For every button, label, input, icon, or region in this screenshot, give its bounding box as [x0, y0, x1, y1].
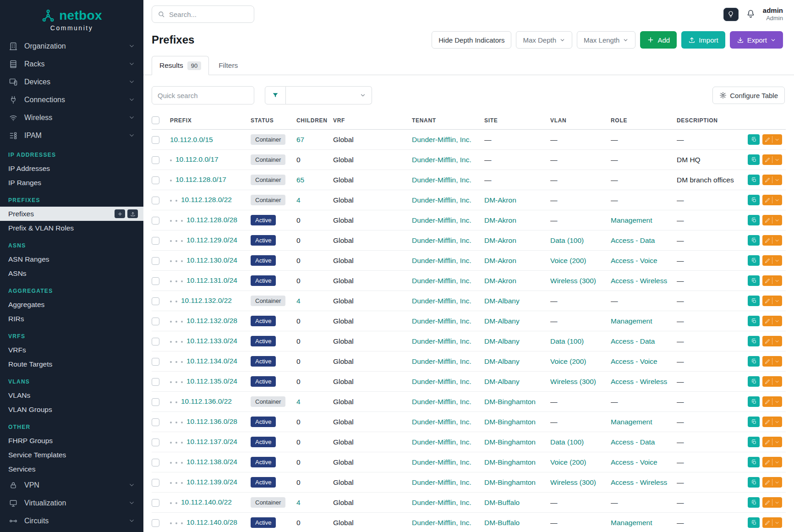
theme-toggle-button[interactable]: [723, 8, 739, 21]
notifications-button[interactable]: [746, 9, 756, 20]
edit-button[interactable]: [762, 255, 782, 266]
site-link[interactable]: DM-Akron: [484, 196, 516, 204]
vlan-link[interactable]: Wireless (300): [550, 378, 596, 385]
vlan-link[interactable]: Data (100): [550, 236, 584, 244]
role-link[interactable]: Access - Wireless: [611, 378, 667, 385]
tenant-link[interactable]: Dunder-Mifflin, Inc.: [412, 136, 471, 143]
tenant-link[interactable]: Dunder-Mifflin, Inc.: [412, 499, 471, 506]
saved-filter-select[interactable]: [286, 86, 372, 104]
prefix-link[interactable]: 10.112.138.0/24: [186, 458, 237, 466]
row-checkbox[interactable]: [152, 479, 159, 487]
site-link[interactable]: DM-Buffalo: [484, 519, 520, 527]
prefix-link[interactable]: 10.112.134.0/24: [186, 357, 237, 365]
site-link[interactable]: DM-Binghamton: [484, 398, 536, 406]
copy-button[interactable]: [748, 134, 760, 145]
column-header-prefix[interactable]: Prefix: [170, 116, 251, 130]
sidebar-item-virtualization[interactable]: Virtualization: [0, 494, 143, 512]
sidebar-item-circuits[interactable]: Circuits: [0, 512, 143, 530]
site-link[interactable]: DM-Albany: [484, 357, 520, 365]
sidebar-item-ipam[interactable]: IPAM: [0, 126, 143, 144]
column-header-tenant[interactable]: Tenant: [412, 116, 484, 130]
prefix-link[interactable]: 10.112.133.0/24: [186, 337, 237, 345]
tenant-link[interactable]: Dunder-Mifflin, Inc.: [412, 418, 471, 426]
row-checkbox[interactable]: [152, 519, 159, 527]
role-link[interactable]: Access - Voice: [611, 257, 657, 264]
prefix-link[interactable]: 10.112.130.0/24: [186, 256, 237, 264]
role-link[interactable]: Management: [611, 519, 652, 527]
edit-button[interactable]: [762, 175, 782, 185]
sidebar-item-racks[interactable]: Racks: [0, 55, 143, 73]
sidebar-item-fhrp-groups[interactable]: FHRP Groups: [0, 433, 143, 448]
site-link[interactable]: DM-Buffalo: [484, 499, 520, 506]
sidebar-item-prefix-vlan-roles[interactable]: Prefix & VLAN Roles: [0, 221, 143, 235]
site-link[interactable]: DM-Binghamton: [484, 478, 536, 486]
site-link[interactable]: DM-Binghamton: [484, 438, 536, 446]
row-checkbox[interactable]: [152, 176, 159, 184]
role-link[interactable]: Access - Data: [611, 236, 655, 244]
tenant-link[interactable]: Dunder-Mifflin, Inc.: [412, 156, 471, 164]
quick-search-input[interactable]: [152, 86, 254, 104]
tenant-link[interactable]: Dunder-Mifflin, Inc.: [412, 438, 471, 446]
edit-button[interactable]: [762, 235, 782, 246]
hide-depth-indicators-button[interactable]: Hide Depth Indicators: [432, 31, 511, 49]
sidebar-item-wireless[interactable]: Wireless: [0, 109, 143, 126]
site-link[interactable]: DM-Akron: [484, 236, 516, 244]
edit-button[interactable]: [762, 215, 782, 225]
sidebar-item-aggregates[interactable]: Aggregates: [0, 297, 143, 312]
copy-button[interactable]: [748, 477, 760, 488]
column-header-status[interactable]: Status: [251, 116, 296, 130]
sidebar-item-rirs[interactable]: RIRs: [0, 312, 143, 326]
copy-button[interactable]: [748, 235, 760, 246]
quick-import-button[interactable]: [127, 209, 138, 218]
add-button[interactable]: Add: [640, 31, 677, 49]
tenant-link[interactable]: Dunder-Mifflin, Inc.: [412, 297, 471, 305]
row-checkbox[interactable]: [152, 136, 159, 144]
prefix-link[interactable]: 10.112.140.0/28: [186, 518, 237, 526]
role-link[interactable]: Access - Wireless: [611, 478, 667, 486]
children-link[interactable]: 4: [296, 398, 301, 406]
row-checkbox[interactable]: [152, 297, 159, 305]
copy-button[interactable]: [748, 154, 760, 165]
site-link[interactable]: DM-Akron: [484, 277, 516, 285]
copy-button[interactable]: [748, 437, 760, 447]
tenant-link[interactable]: Dunder-Mifflin, Inc.: [412, 378, 471, 385]
sidebar-item-vrfs[interactable]: VRFs: [0, 343, 143, 357]
prefix-link[interactable]: 10.112.128.0/28: [186, 216, 237, 224]
tenant-link[interactable]: Dunder-Mifflin, Inc.: [412, 277, 471, 285]
sidebar-item-asns[interactable]: ASNs: [0, 266, 143, 280]
copy-button[interactable]: [748, 255, 760, 266]
site-link[interactable]: DM-Binghamton: [484, 418, 536, 426]
sidebar-item-vlan-groups[interactable]: VLAN Groups: [0, 402, 143, 417]
prefix-link[interactable]: 10.112.139.0/24: [186, 478, 237, 486]
prefix-link[interactable]: 10.112.132.0/22: [181, 296, 232, 304]
copy-button[interactable]: [748, 195, 760, 205]
tab-filters[interactable]: Filters: [211, 56, 246, 75]
tenant-link[interactable]: Dunder-Mifflin, Inc.: [412, 458, 471, 466]
tenant-link[interactable]: Dunder-Mifflin, Inc.: [412, 216, 471, 224]
edit-button[interactable]: [762, 296, 782, 306]
prefix-link[interactable]: 10.112.129.0/24: [186, 236, 237, 244]
prefix-link[interactable]: 10.112.131.0/24: [186, 276, 237, 284]
copy-button[interactable]: [748, 296, 760, 306]
sidebar-item-asn-ranges[interactable]: ASN Ranges: [0, 252, 143, 266]
role-link[interactable]: Management: [611, 216, 652, 224]
site-link[interactable]: DM-Akron: [484, 257, 516, 264]
prefix-link[interactable]: 10.112.136.0/22: [181, 397, 232, 405]
copy-button[interactable]: [748, 376, 760, 387]
tenant-link[interactable]: Dunder-Mifflin, Inc.: [412, 196, 471, 204]
vlan-link[interactable]: Wireless (300): [550, 277, 596, 285]
role-link[interactable]: Access - Voice: [611, 458, 657, 466]
copy-button[interactable]: [748, 457, 760, 467]
edit-button[interactable]: [762, 134, 782, 145]
sidebar-item-organization[interactable]: Organization: [0, 37, 143, 55]
column-header-vrf[interactable]: VRF: [333, 116, 412, 130]
prefix-link[interactable]: 10.112.137.0/24: [186, 438, 237, 445]
edit-button[interactable]: [762, 275, 782, 286]
edit-button[interactable]: [762, 154, 782, 165]
row-checkbox[interactable]: [152, 499, 159, 507]
tenant-link[interactable]: Dunder-Mifflin, Inc.: [412, 357, 471, 365]
prefix-link[interactable]: 10.112.140.0/22: [181, 498, 232, 506]
row-checkbox[interactable]: [152, 459, 159, 466]
row-checkbox[interactable]: [152, 318, 159, 325]
vlan-link[interactable]: Voice (200): [550, 257, 586, 264]
